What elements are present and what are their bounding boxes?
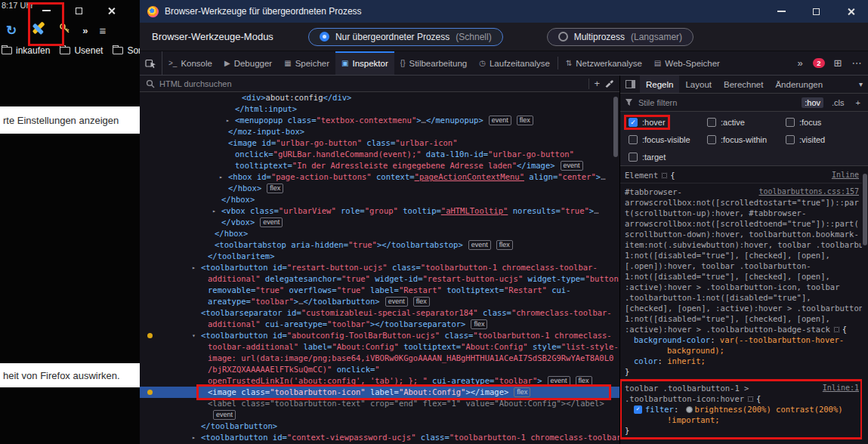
mode-option-multiprocess[interactable]: Multiprozess(Langsamer) — [547, 28, 693, 46]
key-icon[interactable] — [59, 23, 71, 38]
menu-icon[interactable]: ≡ — [99, 24, 106, 37]
markup-line[interactable]: </hbox> — [140, 194, 619, 205]
error-count-button[interactable]: 2 — [811, 51, 827, 75]
markup-line[interactable]: removable="true" overflows="true" label=… — [140, 285, 619, 296]
markup-line[interactable]: <toolbarseparator id="customizableui-spe… — [140, 307, 619, 319]
markup-line[interactable]: additional" delegatesanchor="true" widge… — [140, 273, 619, 285]
sidebar-tab-layout[interactable]: Layout — [679, 76, 718, 93]
checkbox-unchecked-icon[interactable] — [629, 135, 638, 144]
css-declaration[interactable]: color: inherit; — [625, 356, 862, 366]
markup-line[interactable]: <div>about:config</div> — [140, 92, 619, 103]
event-badge[interactable]: event — [561, 161, 583, 171]
sidebar-tab-berechnet[interactable]: Berechnet — [718, 76, 769, 93]
tab-laufzeitanalyse[interactable]: ◷Laufzeitanalyse — [473, 51, 556, 75]
checkbox-unchecked-icon[interactable] — [786, 118, 795, 127]
rule-selector[interactable]: :active):hover > .toolbarbutton-icon, to… — [625, 282, 862, 292]
markup-line[interactable]: </moz-input-box> — [140, 126, 619, 137]
rules-scrollbar-thumb[interactable] — [863, 174, 867, 245]
selector-highlighter-icon[interactable] — [662, 173, 667, 178]
flex-badge[interactable]: flex — [517, 116, 533, 125]
markup-line[interactable]: <label class="toolbarbutton-text" crop="… — [140, 398, 619, 409]
rule-selector[interactable]: 1:not([disabled="true"], [checked], [ope… — [625, 313, 862, 324]
pseudo-item-active[interactable]: :active — [705, 117, 747, 128]
all-tabs-caret-icon[interactable]: ▾ — [854, 80, 868, 88]
checkbox-unchecked-icon[interactable] — [707, 135, 716, 144]
expand-arrow-icon[interactable]: ▸ — [226, 115, 235, 126]
event-badge[interactable]: event — [548, 376, 570, 386]
checkbox-unchecked-icon[interactable] — [707, 118, 716, 127]
pane-toggle-icon[interactable] — [620, 80, 640, 88]
event-badge[interactable]: event — [489, 116, 511, 125]
sync-icon[interactable]: ↻ — [6, 23, 17, 39]
stylesheet-link[interactable]: toolbarbuttons.css:157 — [759, 187, 859, 197]
add-node-button[interactable]: + — [594, 78, 600, 89]
flex-badge[interactable]: flex — [267, 183, 283, 193]
markup-line[interactable]: toolbar-additional" label="About:Config"… — [140, 341, 619, 353]
close-icon[interactable] — [107, 7, 116, 15]
markup-line[interactable]: /bjRXZQXAAAAAElFTkSuQmCC)" onclick=" — [140, 364, 619, 375]
restore-icon[interactable] — [76, 8, 82, 14]
tab-debugger[interactable]: ▶Debugger — [218, 51, 278, 75]
sidebar-tab-änderungen[interactable]: Änderungen — [769, 76, 829, 93]
pseudo-item-visited[interactable]: :visited — [783, 134, 827, 145]
expand-arrow-icon[interactable]: ▸ — [192, 262, 201, 273]
selector-highlighter-icon[interactable] — [834, 327, 839, 332]
bookmark-item[interactable]: inkaufen — [2, 45, 50, 56]
event-badge[interactable]: event — [468, 240, 491, 250]
markup-line[interactable]: ▸<menupopup class="textbox-contextmenu">… — [140, 115, 619, 126]
flex-badge[interactable]: flex — [514, 387, 530, 397]
markup-line[interactable]: tooltiptext="In der Adressleiste eingege… — [140, 160, 619, 171]
flex-badge[interactable]: flex — [413, 297, 430, 307]
markup-line[interactable]: openTrustedLinkIn('about:config', 'tab')… — [140, 375, 619, 387]
markup-line[interactable]: ▸<toolbarbutton id="restart-button-ucjs"… — [140, 262, 619, 273]
tab-speicher[interactable]: ▦Speicher — [278, 51, 335, 75]
tab-konsole[interactable]: >_Konsole — [162, 51, 218, 75]
rule-selector[interactable]: arrowscrollbox:not([scrolledtoend="true"… — [625, 218, 862, 229]
markup-search-input[interactable]: HTML durchsuchen — [159, 79, 584, 88]
checkbox-checked-icon[interactable] — [629, 118, 638, 127]
maximize-button[interactable] — [798, 0, 833, 23]
expand-arrow-icon[interactable]: ▸ — [219, 171, 228, 183]
rule-selector[interactable]: item:not(.subviewbutton):hover, toolbar … — [625, 239, 862, 250]
markup-line[interactable]: </vbox>event — [140, 217, 619, 228]
markup-line[interactable]: <toolbartabstop aria-hidden="true"></too… — [140, 239, 619, 251]
checkbox-unchecked-icon[interactable] — [786, 135, 795, 144]
minimize-icon[interactable] — [42, 10, 51, 11]
markup-line[interactable]: <image class="toolbarbutton-icon" label=… — [140, 387, 619, 398]
close-button[interactable] — [833, 0, 868, 23]
event-badge[interactable]: event — [260, 217, 283, 227]
eyedropper-icon[interactable] — [604, 77, 613, 91]
sidebar-tab-regeln[interactable]: Regeln — [640, 76, 679, 93]
pick-element-button[interactable] — [140, 51, 162, 75]
checkbox-unchecked-icon[interactable] — [629, 153, 638, 162]
markup-line[interactable]: additional" cui-areatype="toolbar"></too… — [140, 319, 619, 330]
meatball-menu-icon[interactable]: ⋯ — [848, 51, 865, 75]
markup-line[interactable]: </toolbarbutton> — [140, 421, 619, 432]
pseudo-item-hover[interactable]: :hover — [626, 117, 668, 128]
markup-line[interactable]: </hbox> — [140, 228, 619, 239]
markup-line[interactable]: ▾<toolbarbutton id="aboutconfig-ToolBarB… — [140, 330, 619, 341]
flex-badge[interactable]: flex — [496, 240, 513, 250]
rule-selector[interactable]: .toolbarbutton-1:not([disabled="true"], — [625, 292, 862, 303]
event-badge[interactable]: event — [213, 410, 236, 420]
mode-option-parent-process[interactable]: Nur übergeordneter Prozess(Schnell) — [308, 28, 503, 46]
stylesheet-link[interactable]: Inline:1 — [823, 383, 859, 393]
expand-arrow-icon[interactable]: ▾ — [192, 330, 201, 341]
rule-selector[interactable]: .toolbarbutton-icon:hover{ — [625, 393, 862, 404]
rule-selector[interactable]: t(scrollbutton-up):hover, #tabbrowser- — [625, 208, 862, 218]
expand-arrow-icon[interactable]: ▸ — [192, 432, 201, 443]
tab-stilbearbeitung[interactable]: {}Stilbearbeitung — [394, 51, 473, 75]
pseudo-item-target[interactable]: :target — [626, 152, 668, 162]
event-badge[interactable]: event — [385, 297, 408, 307]
tab-web-speicher[interactable]: ▤Web-Speicher — [648, 51, 726, 75]
rule-selector[interactable]: :active):hover > .toolbarbutton-badge-st… — [625, 324, 862, 335]
markup-line[interactable]: event — [140, 409, 619, 421]
markup-line[interactable]: ▸<vbox class="urlbarView" role="group" t… — [140, 205, 619, 217]
flex-badge[interactable]: flex — [576, 376, 592, 386]
customize-tool-icon[interactable] — [28, 19, 48, 42]
pseudo-item-focus-visible[interactable]: :focus-visible — [626, 134, 693, 145]
markup-scrollbar-thumb[interactable] — [613, 97, 618, 157]
rules-filter-input[interactable]: Stile filtern — [638, 98, 796, 107]
tab-inspektor[interactable]: ▣Inspektor — [335, 51, 394, 75]
toggle-pseudo-classes-button[interactable]: :hov — [802, 97, 823, 108]
